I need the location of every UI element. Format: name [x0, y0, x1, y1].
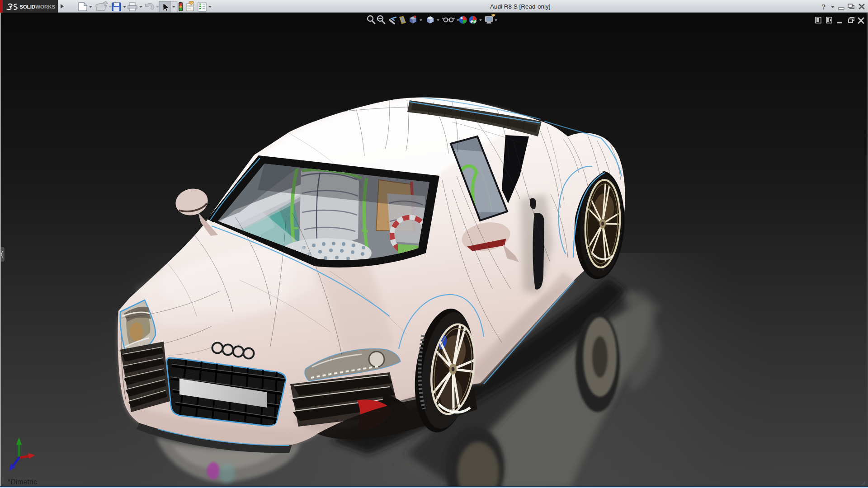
svg-text:SOLIDWORKS: SOLIDWORKS	[19, 4, 56, 9]
svg-text:*Dimetric: *Dimetric	[8, 478, 37, 486]
svg-text:?: ?	[822, 3, 826, 11]
svg-text:Audi R8 S [Read-only]: Audi R8 S [Read-only]	[490, 3, 551, 10]
